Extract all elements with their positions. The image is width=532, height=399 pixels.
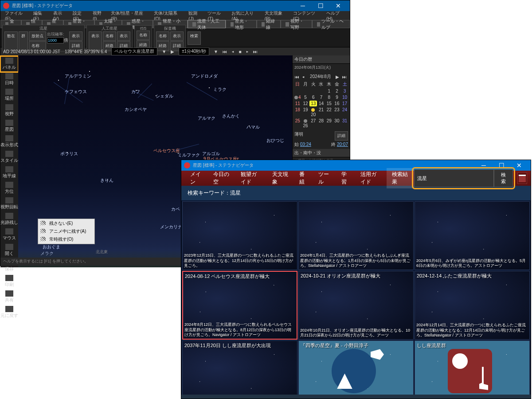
label-ohitsuji: おひつじ [266,137,284,144]
label-hamal: ハマル [246,124,260,130]
tab-toolhelp[interactable]: ツール・ヘルプ [312,20,350,28]
side-mouse[interactable]: マウス [0,227,18,243]
label-cassiopeia: カシオペヤ [125,106,147,113]
side-fov[interactable]: 視野 [0,103,18,118]
main-titlebar[interactable]: 星図 [標準] - ステラナビゲータ ─ ☐ ✕ [0,0,350,11]
result-card[interactable]: 2037年11月20日 しし座流星群が大出現2037年11月20日未明、しし座流… [182,340,297,395]
side-datetime[interactable]: 日時 [0,72,18,87]
label-mirfak: ミルファク [178,152,200,158]
btn-name2[interactable]: 名称 [103,31,116,41]
result-card[interactable]: 2023年12月15日、三大流星群の一つに数えられるふたご座流星群の活動が極大と… [182,201,297,270]
sidebar: パネル 日時 場所 視野 星図 表示形式 スタイル 地平線 方位 視野回転 光跡… [0,55,18,267]
ctx-anim[interactable]: アニメ中に残す(A) [39,227,94,235]
tab-meteors[interactable]: 流星・人工天体 [188,20,225,28]
side-style[interactable]: スタイル [0,149,18,165]
input-probability[interactable] [47,37,64,43]
search-box: 検索 [414,169,513,187]
tab-fov2[interactable]: 視野・写野 [281,20,312,28]
result-card-selected[interactable]: 2024-08-12 ペルセウス座流星群が極大2024年8月12日、三大流星群の… [182,271,297,340]
cal-prev[interactable]: ⏮ ◀ [295,74,305,79]
status-combo[interactable]: ペルセウス座流星群 [111,47,157,55]
status-date: AD 2024/08/13 01:00:00 JST [3,49,60,54]
side-print[interactable]: 印刷 [0,274,18,289]
btn-show1[interactable]: 表示 [69,31,82,41]
result-card[interactable]: 2024年1月4日、三大流星群の一つに数えられるしぶんぎ座流星群の活動が極大とな… [298,201,414,270]
group-iss: ISS 名称 経路 [134,25,152,51]
trail-context-menu: 残さない(E) アニメ中に残す(A) 常時残す(O) [38,219,95,244]
sub-window-title: 星図 [標準] - ステラナビゲータ [193,162,254,168]
side-horizon[interactable]: 地平線 [0,165,18,180]
label-almach: アルマク [198,115,215,121]
side-chart[interactable]: 星図 [0,118,18,134]
nav-learn[interactable]: 学習 [336,168,355,188]
nav-main[interactable]: メイン [185,168,208,188]
side-undo[interactable]: 元に戻す [0,305,18,320]
close-button[interactable]: ✕ [329,0,347,11]
btn-radiant[interactable]: 放射点 [29,31,46,41]
search-input[interactable] [414,169,494,187]
btn-show2[interactable]: 表示 [89,31,102,51]
label-andromeda: アンドロメダ [191,73,218,79]
btn-name5[interactable]: 名称 [156,31,169,41]
riseset-title: 出・南中・没 [293,149,350,157]
btn-show5[interactable]: 表示 [170,31,184,41]
result-card-audio[interactable]: 『四季の星空』夏 - 小野田淳子 [298,340,414,395]
side-location[interactable]: 場所 [0,87,18,103]
search-button[interactable]: 検索 [494,169,513,187]
results-grid[interactable]: 2023年12月15日、三大流星群の一つに数えられるふたご座流星群の活動が極大と… [181,200,531,395]
label-sankaku: さんかく [222,113,240,119]
cal-next[interactable]: ▶ ⏭ [336,74,348,79]
result-card-media[interactable]: しし座流星群 [415,340,530,395]
sub-close-button[interactable]: ✕ [510,160,528,171]
btn-gun[interactable]: 群 [19,31,28,51]
group-meteor: 流星 散在 群 放射点 名称 出現確率: 倍 表示 詳細 [2,25,85,51]
btn-name4[interactable]: 名称 [137,31,150,40]
calendar-icon[interactable] [517,172,527,184]
ctx-none[interactable]: 残さない(E) [39,219,94,227]
nav-today[interactable]: 今日の空 [208,168,235,188]
btn-search-tool[interactable]: 検索 [188,31,201,45]
label-ookuma: おおぐま [43,244,60,250]
minimize-button[interactable]: ─ [294,0,312,11]
btn-twilight-detail[interactable]: 詳細 [335,131,348,141]
label-shedar: シェダル [156,93,173,99]
tab-starlight[interactable]: 星光・地形 [226,20,257,28]
status-coord: 139°44'E 35°39'N 6.4 [65,49,107,54]
almanac-title: 今日の暦 [293,55,350,64]
label-perseus: ペルセウス座 [153,148,180,154]
side-share[interactable]: 共有 [0,289,18,305]
side-direction[interactable]: 方位 [0,180,18,196]
status-speed[interactable]: ±1分40秒/秒 [179,47,209,55]
horizon-label: 北北東 [96,249,108,255]
label-polaris: ポラリス [60,151,78,157]
side-trail[interactable]: 光跡残し [0,211,18,227]
btn-show3[interactable]: 表示 [117,31,130,41]
side-panel[interactable]: パネル [0,56,18,72]
ctx-always[interactable]: 常時残す(O) [39,235,94,243]
side-open[interactable]: 開く [0,243,18,258]
nav-tools[interactable]: ツール [313,168,336,188]
side-display[interactable]: 表示形式 [0,134,18,149]
calendar-grid[interactable]: 日月火水木金土 123 45678910 11121314151617 1819… [294,81,348,129]
btn-sanzai[interactable]: 散在 [4,31,18,51]
ribbon-toolbar: 流星 散在 群 放射点 名称 出現確率: 倍 表示 詳細 人工衛星 [0,29,350,47]
tab-grid[interactable]: 経緯線 [257,20,281,28]
search-window: 星図 [標準] - ステラナビゲータ ─ ☐ ✕ メイン 今日の空 観望ガイド … [181,160,531,399]
nav-show[interactable]: 番組 [294,168,313,188]
nav-guide[interactable]: 観望ガイド [235,168,267,188]
label-kirin: きりん [100,177,113,184]
nav-use[interactable]: 活用ガイド [355,168,387,188]
label-mirach: ミラク [213,86,227,93]
maximize-button[interactable]: ☐ [312,0,329,11]
playback-controls[interactable]: ⏮ ◀ ■ ▶ ⏭ [223,49,259,54]
cal-month: 2024年8月 [310,74,331,80]
nav-results[interactable]: 検索結果 [387,168,414,188]
result-card[interactable]: 2024-10-21 オリオン座流星群が極大2024年10月21日、オリオン座流… [298,271,414,340]
result-card[interactable]: 2024年5月6日、みずがめ座η流星群の活動が極大となる。5月6日の未明から明け… [415,201,530,270]
label-kabe: カペ [171,206,180,212]
result-card[interactable]: 2024-12-14 ふたご座流星群が極大2024年12月14日、三大流星群の一… [415,271,530,340]
side-rotate[interactable]: 視野回転 [0,196,18,211]
nav-events[interactable]: 天文現象 [267,168,294,188]
app-icon [184,162,190,168]
main-window-title: 星図 [標準] - ステラナビゲータ [12,3,73,9]
